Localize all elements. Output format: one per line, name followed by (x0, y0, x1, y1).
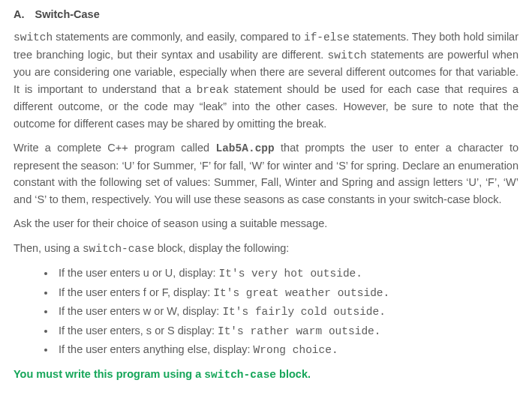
code-switch-1: switch (14, 31, 53, 43)
list-item: If the user enters w or W, display: It's… (56, 303, 518, 320)
code-switch-2: switch (328, 49, 367, 61)
list-code: It's rather warm outside. (218, 325, 381, 337)
list-code: It's very hot outside. (219, 268, 362, 280)
list-code: Wrong choice. (254, 344, 338, 356)
list-text: If the user enters u or U, display: (59, 267, 219, 279)
code-filename: Lab5A.cpp (215, 142, 274, 154)
p1-text-2: statements are commonly, and easily, com… (53, 31, 304, 43)
p4-text-1: Then, using a (14, 242, 83, 254)
list-item: If the user enters anything else, displa… (56, 341, 518, 358)
bullet-list: If the user enters u or U, display: It's… (14, 265, 518, 358)
paragraph-4: Then, using a switch-case block, display… (14, 240, 518, 257)
code-break: break (197, 84, 230, 96)
list-item: If the user enters u or U, display: It's… (56, 265, 518, 282)
paragraph-2: Write a complete C++ program called Lab5… (14, 139, 518, 208)
section-heading: A. Switch-Case (14, 6, 518, 22)
final-text-1: You must write this program using a (14, 368, 204, 380)
heading-label: A. (14, 6, 25, 22)
paragraph-1: switch statements are commonly, and easi… (14, 28, 518, 132)
heading-title: Switch-Case (35, 8, 100, 20)
code-if-else: if-else (304, 31, 350, 43)
list-code: It's fairly cold outside. (222, 306, 386, 318)
list-text: If the user enters w or W, display: (59, 305, 222, 317)
paragraph-3: Ask the user for their choice of season … (14, 215, 518, 232)
final-instruction: You must write this program using a swit… (14, 366, 518, 383)
list-text: If the user enters anything else, displa… (59, 343, 254, 355)
list-text: If the user enters f or F, display: (59, 286, 213, 298)
list-text: If the user enters, s or S display: (59, 325, 218, 337)
p2-text-1: Write a complete C++ program called (14, 142, 215, 154)
code-switch-case: switch-case (83, 243, 155, 255)
list-item: If the user enters, s or S display: It's… (56, 322, 518, 340)
p4-text-3: block, display the following: (155, 242, 290, 254)
code-switch-case-final: switch-case (204, 369, 276, 381)
list-code: It's great weather outside. (213, 287, 389, 299)
final-text-3: block. (276, 368, 311, 380)
list-item: If the user enters f or F, display: It's… (56, 284, 518, 301)
